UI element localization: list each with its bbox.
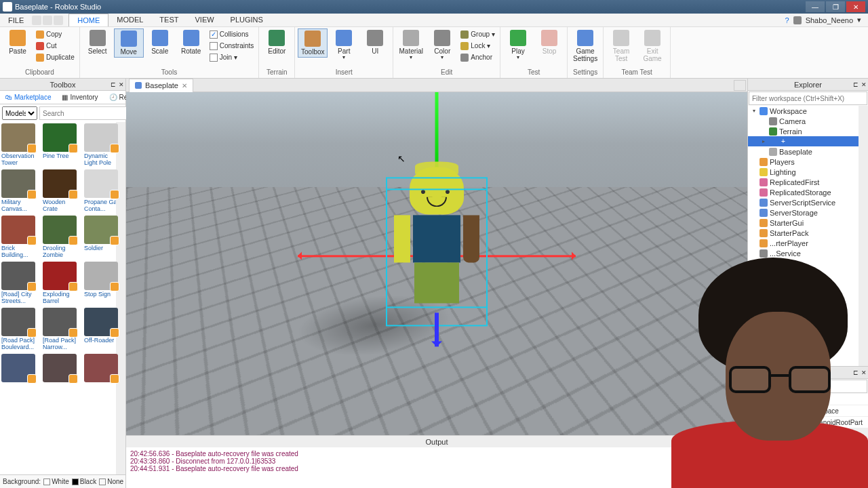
tree-node[interactable]: Terrain (748, 126, 868, 136)
part-button[interactable]: Part▾ (329, 28, 359, 62)
anchor-button[interactable]: Anchor (458, 52, 497, 63)
toolbox-item[interactable] (1, 354, 39, 399)
join-toggle[interactable]: Join ▾ (208, 52, 256, 63)
viewport-restore-icon[interactable] (734, 80, 746, 91)
toolbox-item[interactable]: Military Canvas... (1, 169, 39, 214)
tree-node[interactable]: ServerScriptService (748, 197, 868, 207)
select-button[interactable]: Select (83, 28, 113, 56)
toolbox-item[interactable]: Pine Tree (43, 123, 81, 168)
selected-character[interactable]: ● ● (386, 177, 488, 326)
close-button[interactable]: ✕ (846, 1, 865, 12)
toolbox-pin-icon[interactable]: ⊏ (111, 81, 116, 88)
user-dropdown-icon[interactable]: ▾ (857, 16, 861, 24)
property-row[interactable]: ...le✓ (748, 440, 868, 451)
viewport-3d[interactable]: ● ● ↖ (126, 92, 747, 435)
play-button[interactable]: Play▾ (503, 28, 533, 62)
team-test-button[interactable]: Team Test (606, 28, 636, 64)
scale-button[interactable]: Scale (145, 28, 175, 56)
constraints-toggle[interactable]: Constraints (208, 40, 256, 52)
username-label: Shabo_Neeno (806, 16, 853, 24)
explorer-pin-icon[interactable]: ⊏ (853, 81, 859, 88)
selection-bounding-box (386, 177, 488, 326)
menu-tab-test[interactable]: TEST (151, 14, 186, 26)
qat-redo-icon[interactable] (54, 16, 63, 25)
property-row[interactable]: Workspace (748, 405, 868, 417)
lock-button[interactable]: Lock ▾ (458, 40, 497, 52)
help-icon[interactable]: ? (785, 16, 789, 24)
toolbox-category-select[interactable]: Models (2, 106, 37, 120)
property-row[interactable]: ...PartHumanoidRootPart (748, 417, 868, 428)
stop-button[interactable]: Stop (534, 28, 564, 56)
qat-undo-icon[interactable] (43, 16, 52, 25)
group-button[interactable]: Group ▾ (458, 28, 497, 40)
game-settings-button[interactable]: Game Settings (570, 28, 600, 64)
toolbox-item[interactable]: Drooling Zombie (43, 216, 81, 260)
bg-white-option[interactable]: White (43, 478, 69, 485)
terrain-editor-button[interactable]: Editor (262, 28, 292, 56)
duplicate-button[interactable]: Duplicate (34, 52, 77, 63)
toolbox-item[interactable]: Brick Building... (1, 216, 39, 260)
user-avatar-icon[interactable] (793, 16, 802, 24)
file-menu[interactable]: FILE (3, 15, 29, 26)
tree-node[interactable]: ServerStorage (748, 207, 868, 218)
exit-game-button[interactable]: Exit Game (637, 28, 667, 64)
rotate-button[interactable]: Rotate (176, 28, 206, 56)
maximize-button[interactable]: ❐ (826, 1, 845, 12)
menu-tab-home[interactable]: HOME (68, 14, 108, 26)
properties-filter-input[interactable] (749, 380, 867, 392)
toolbox-item[interactable] (43, 354, 81, 399)
tree-node[interactable]: Baseplate (748, 146, 868, 157)
tab-inventory[interactable]: ▦Inventory (56, 91, 103, 104)
bg-black-option[interactable]: Black (72, 478, 96, 485)
property-row[interactable]: Model (748, 394, 868, 405)
tree-node[interactable]: ReplicatedFirst (748, 177, 868, 187)
toolbox-search-input[interactable] (40, 107, 132, 119)
ribbon: Paste Copy Cut Duplicate Clipboard Selec… (0, 27, 868, 79)
menu-tab-model[interactable]: MODEL (108, 14, 151, 26)
toolbox-item[interactable]: Wooden Crate (43, 169, 81, 214)
move-button[interactable]: Move (114, 28, 144, 58)
explorer-filter-input[interactable] (749, 92, 867, 104)
toolbox-close-icon[interactable]: ✕ (119, 81, 124, 88)
move-axis-z[interactable] (435, 312, 439, 346)
toolbox-button[interactable]: Toolbox (298, 28, 328, 58)
doc-tab-baseplate[interactable]: Baseplate ✕ (129, 79, 193, 92)
toolbox-item[interactable]: Observation Tower (1, 123, 39, 168)
toolbox-item[interactable]: Exploding Barrel (43, 262, 81, 306)
explorer-scrollbar[interactable] (859, 106, 868, 366)
property-row[interactable]: ...or (748, 428, 868, 440)
tree-node[interactable]: ...rterPlayer (748, 238, 868, 248)
menu-tab-plugins[interactable]: PLUGINS (222, 14, 271, 26)
bg-none-option[interactable]: None (99, 478, 123, 485)
tree-node[interactable]: Players (748, 157, 868, 167)
tree-node[interactable]: StarterGui (748, 218, 868, 228)
tree-node[interactable]: ▸+ (748, 136, 868, 146)
copy-button[interactable]: Copy (34, 28, 77, 40)
menu-tab-view[interactable]: VIEW (186, 14, 222, 26)
window-title: Baseplate - Roblox Studio (15, 3, 101, 11)
material-button[interactable]: Material▾ (396, 28, 426, 62)
minimize-button[interactable]: — (806, 1, 825, 12)
properties-pin-icon[interactable]: ⊏ (853, 369, 859, 376)
toolbox-item[interactable]: [Road] City Streets... (1, 262, 39, 306)
qat-save-icon[interactable] (32, 16, 41, 25)
doc-tab-close-icon[interactable]: ✕ (182, 82, 187, 89)
toolbox-item[interactable]: [Road Pack] Narrow... (43, 308, 81, 352)
tree-node[interactable]: ...Service (748, 248, 868, 258)
properties-close-icon[interactable]: ✕ (861, 369, 867, 376)
tree-node[interactable]: Lighting (748, 167, 868, 177)
tree-node[interactable]: ReplicatedStorage (748, 187, 868, 197)
tab-marketplace[interactable]: 🛍Marketplace (0, 91, 56, 104)
output-log[interactable]: 20:42:56.636 - Baseplate auto-recovery f… (126, 447, 747, 488)
mouse-cursor-icon: ↖ (397, 153, 406, 164)
tree-node[interactable]: Camera (748, 116, 868, 126)
toolbox-item[interactable]: [Road Pack] Boulevard... (1, 308, 39, 352)
tree-node[interactable]: ▾Workspace (748, 106, 868, 116)
paste-button[interactable]: Paste (3, 28, 33, 56)
cut-button[interactable]: Cut (34, 40, 77, 52)
ui-button[interactable]: UI (360, 28, 390, 56)
tree-node[interactable]: StarterPack (748, 228, 868, 238)
color-button[interactable]: Color▾ (427, 28, 457, 62)
collisions-toggle[interactable]: ✓Collisions (208, 28, 256, 40)
explorer-close-icon[interactable]: ✕ (861, 81, 867, 88)
